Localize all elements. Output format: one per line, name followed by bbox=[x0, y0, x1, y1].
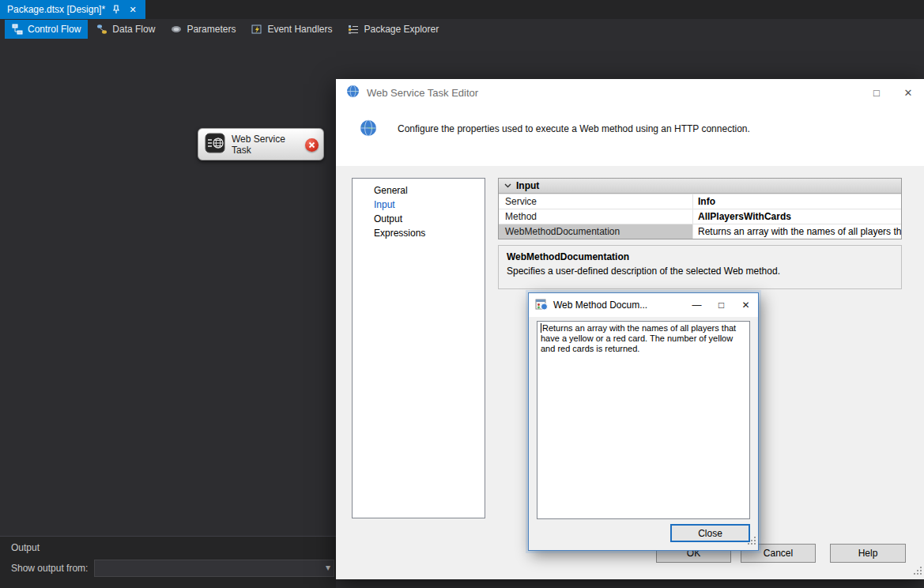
minimize-icon[interactable]: — bbox=[685, 293, 709, 317]
tab-label: Package Explorer bbox=[364, 24, 439, 35]
output-panel-title: Output bbox=[0, 537, 336, 553]
help-button[interactable]: Help bbox=[830, 544, 906, 563]
editor-dialog-title: Web Service Task Editor bbox=[367, 87, 478, 99]
property-value[interactable]: AllPlayersWithCards bbox=[693, 209, 901, 224]
property-row-method[interactable]: Method AllPlayersWithCards bbox=[499, 209, 901, 224]
web-service-task-node[interactable]: Web Service Task bbox=[198, 128, 324, 160]
property-name: WebMethodDocumentation bbox=[499, 224, 693, 239]
web-service-task-icon bbox=[205, 133, 225, 156]
editor-dialog-banner: Configure the properties used to execute… bbox=[336, 106, 924, 166]
document-tab[interactable]: Package.dtsx [Design]* ✕ bbox=[0, 0, 145, 19]
property-value[interactable]: Info bbox=[693, 194, 901, 209]
nav-item-general[interactable]: General bbox=[353, 183, 485, 198]
chevron-down-icon: ▾ bbox=[326, 562, 330, 573]
output-source-dropdown[interactable]: ▾ bbox=[94, 560, 334, 577]
designer-toolbar: Control Flow Data Flow Parameters Event … bbox=[0, 19, 924, 40]
control-flow-icon bbox=[12, 24, 23, 35]
show-output-from-label: Show output from: bbox=[11, 563, 88, 574]
tab-label: Parameters bbox=[187, 24, 236, 35]
data-flow-icon bbox=[96, 24, 107, 35]
close-icon[interactable]: ✕ bbox=[734, 293, 758, 317]
property-group-label: Input bbox=[516, 180, 539, 191]
task-label: Web Service Task bbox=[232, 134, 300, 156]
parameters-icon bbox=[171, 24, 182, 35]
package-explorer-icon bbox=[348, 24, 359, 35]
document-tab-bar: Package.dtsx [Design]* ✕ bbox=[0, 0, 924, 19]
web-method-documentation-dialog: Web Method Docum... — □ ✕ Returns an arr… bbox=[528, 292, 759, 551]
property-help-title: WebMethodDocumentation bbox=[507, 251, 893, 262]
tab-label: Data Flow bbox=[112, 24, 155, 35]
property-help-panel: WebMethodDocumentation Specifies a user-… bbox=[498, 245, 902, 289]
editor-nav-list: General Input Output Expressions bbox=[352, 178, 485, 518]
event-handlers-icon bbox=[251, 24, 262, 35]
doc-dialog-titlebar[interactable]: Web Method Docum... — □ ✕ bbox=[529, 293, 758, 317]
tab-package-explorer[interactable]: Package Explorer bbox=[341, 20, 446, 39]
property-help-text: Specifies a user-defined description of … bbox=[507, 266, 893, 277]
nav-item-output[interactable]: Output bbox=[353, 212, 485, 226]
banner-globe-icon bbox=[360, 119, 377, 139]
tab-data-flow[interactable]: Data Flow bbox=[89, 20, 162, 39]
close-button[interactable]: Close bbox=[670, 524, 750, 542]
error-badge-icon[interactable] bbox=[305, 138, 319, 152]
editor-dialog-titlebar[interactable]: Web Service Task Editor □ ✕ bbox=[336, 79, 924, 106]
property-name: Method bbox=[499, 209, 693, 224]
globe-icon bbox=[346, 85, 360, 100]
property-value[interactable]: Returns an array with the names of all p… bbox=[693, 224, 901, 239]
close-tab-icon[interactable]: ✕ bbox=[127, 5, 138, 15]
close-icon[interactable]: ✕ bbox=[892, 79, 924, 106]
property-row-service[interactable]: Service Info bbox=[499, 194, 901, 209]
property-name: Service bbox=[499, 194, 693, 209]
document-tab-title: Package.dtsx [Design]* bbox=[7, 4, 105, 15]
tab-parameters[interactable]: Parameters bbox=[164, 20, 243, 39]
documentation-textarea[interactable]: Returns an array with the names of all p… bbox=[537, 321, 750, 519]
maximize-icon[interactable]: □ bbox=[861, 79, 892, 106]
tab-label: Event Handlers bbox=[267, 24, 332, 35]
property-group-header[interactable]: Input bbox=[499, 179, 901, 194]
web-method-doc-icon bbox=[535, 298, 548, 313]
property-grid: Input Service Info Method AllPlayersWith… bbox=[498, 178, 902, 239]
resize-grip-icon[interactable] bbox=[914, 567, 922, 578]
chevron-down-icon bbox=[504, 183, 511, 188]
doc-dialog-title: Web Method Docum... bbox=[553, 300, 647, 311]
maximize-icon[interactable]: □ bbox=[709, 293, 734, 317]
editor-dialog-description: Configure the properties used to execute… bbox=[398, 123, 750, 134]
nav-item-expressions[interactable]: Expressions bbox=[353, 226, 485, 240]
tab-control-flow[interactable]: Control Flow bbox=[5, 20, 88, 39]
pin-icon[interactable] bbox=[111, 5, 122, 15]
tab-label: Control Flow bbox=[28, 24, 81, 35]
output-panel: Output Show output from: ▾ bbox=[0, 536, 336, 588]
tab-event-handlers[interactable]: Event Handlers bbox=[244, 20, 339, 39]
nav-item-input[interactable]: Input bbox=[353, 198, 485, 212]
property-row-webmethoddocumentation[interactable]: WebMethodDocumentation Returns an array … bbox=[499, 224, 901, 239]
resize-grip-icon[interactable] bbox=[748, 534, 756, 548]
